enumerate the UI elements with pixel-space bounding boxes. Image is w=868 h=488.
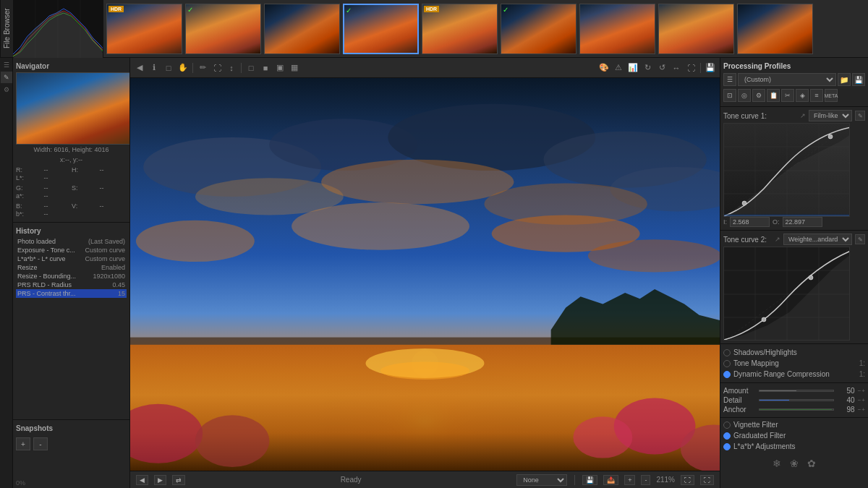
pp-icon-meta[interactable]: META: [825, 89, 838, 102]
tc2-mode-select[interactable]: Weighte...andard: [783, 234, 852, 245]
tc1-output-label: O:: [773, 218, 780, 226]
svg-point-50: [762, 317, 766, 322]
rotate-button[interactable]: ↕: [225, 61, 238, 74]
film-thumb-8[interactable]: [658, 4, 734, 54]
export-btn[interactable]: 📤: [603, 475, 618, 485]
anchor-track[interactable]: [759, 408, 834, 411]
history-item-5[interactable]: Resize - Bounding... 1920x1080: [16, 272, 127, 281]
tc1-extra-btn[interactable]: ✎: [855, 111, 865, 121]
zoom-out-button[interactable]: -: [641, 475, 650, 485]
none-select[interactable]: None: [516, 474, 567, 486]
rotate-ccw-btn[interactable]: ↺: [655, 61, 668, 74]
amount-track[interactable]: [759, 390, 834, 392]
flip-btn[interactable]: ↔: [670, 61, 683, 74]
crop-tool-button[interactable]: ⛶: [210, 61, 224, 74]
drc-toggle[interactable]: [723, 371, 731, 378]
hand-tool-button[interactable]: ✋: [176, 61, 190, 74]
svg-point-23: [380, 361, 469, 380]
tc2-extra-btn[interactable]: ✎: [855, 234, 865, 244]
history-item-6[interactable]: PRS RLD - Radius 0.45: [16, 281, 127, 289]
rotate-cw-btn[interactable]: ↻: [641, 61, 654, 74]
pp-select[interactable]: (Custom): [738, 73, 836, 86]
tone-curve-1-section: Tone curve 1: ↗ Film-like ✎: [720, 107, 868, 231]
tc1-input-value[interactable]: [730, 217, 770, 227]
tone-mapping-toggle[interactable]: [723, 360, 731, 367]
fullscreen-status-btn[interactable]: ⛶: [700, 475, 714, 485]
tc1-label: Tone curve 1:: [723, 112, 797, 120]
pp-icon-1[interactable]: ⊡: [723, 89, 736, 102]
pp-icon-2[interactable]: ◎: [738, 89, 751, 102]
fullscreen-btn[interactable]: ⛶: [684, 61, 697, 74]
info-button[interactable]: ℹ: [148, 61, 161, 74]
drc-row: Dynamic Range Compression 1:: [723, 369, 865, 380]
detail-track[interactable]: [759, 399, 834, 401]
navigator-preview: [16, 72, 129, 145]
flower-icon-1[interactable]: ❀: [787, 456, 801, 471]
lab-toggle[interactable]: [723, 443, 731, 450]
vignette-toggle[interactable]: [723, 421, 731, 429]
tc1-output-value[interactable]: [783, 217, 822, 227]
pp-icon-6[interactable]: ◈: [796, 89, 809, 102]
anchor-row: Anchor 98 − +: [723, 405, 865, 414]
zoom-in-button[interactable]: +: [624, 475, 635, 485]
mode-btn-1[interactable]: □: [244, 61, 258, 74]
file-browser-tab[interactable]: File Browser: [0, 0, 13, 57]
flower-icon-2[interactable]: ✿: [804, 456, 819, 471]
history-item-7-active[interactable]: PRS - Contrast thr... 15: [16, 289, 127, 298]
pencil-tool-button[interactable]: ✏: [196, 61, 209, 74]
film-thumb-4-selected[interactable]: ✓: [343, 4, 419, 54]
film-thumb-2[interactable]: ✓: [185, 4, 261, 54]
zoom-fit-button[interactable]: ⛶: [681, 475, 694, 485]
film-thumb-9[interactable]: [737, 4, 813, 54]
pp-icon-5[interactable]: ✂: [781, 89, 794, 102]
image-viewer[interactable]: [130, 78, 720, 471]
tc2-label: Tone curve 2:: [723, 236, 772, 244]
mode-btn-4[interactable]: ▦: [288, 61, 301, 74]
history-item-3[interactable]: L*a*b* - L* curve Custom curve: [16, 254, 127, 263]
histogram-btn[interactable]: 📊: [626, 61, 639, 74]
shadows-highlights-toggle[interactable]: [723, 349, 731, 356]
pp-icon-3[interactable]: ⚙: [752, 89, 765, 102]
tc2-curve-icon[interactable]: ↗: [775, 236, 780, 243]
filmstrip: HDR ✓ ✓ HDR ✓: [103, 0, 868, 57]
save-queue-btn[interactable]: 💾: [704, 61, 717, 74]
film-thumb-3[interactable]: [264, 4, 340, 54]
nav-prev-button[interactable]: ◀: [136, 475, 148, 485]
extra-icon-1[interactable]: ⚙: [1, 84, 12, 95]
history-item-2[interactable]: Exposure - Tone c... Custom curve: [16, 246, 127, 254]
navigator-section: Navigator Width: 6016, Height: 4016 x:--…: [13, 58, 129, 223]
snowflake-icon[interactable]: ❄: [770, 456, 784, 471]
color-info-2: G:-- S:-- a*:--: [16, 183, 127, 201]
editor-tab-icon[interactable]: ✎: [1, 72, 12, 83]
film-thumb-5[interactable]: HDR: [422, 4, 498, 54]
save-btn[interactable]: 💾: [582, 475, 597, 485]
history-item-1[interactable]: Photo loaded (Last Saved): [16, 237, 127, 246]
pp-icon-7[interactable]: ≡: [810, 89, 823, 102]
tc1-mode-select[interactable]: Film-like: [809, 110, 852, 121]
snapshot-remove-button[interactable]: -: [33, 437, 48, 450]
film-thumb-1[interactable]: HDR: [106, 4, 182, 54]
hdr-badge-5: HDR: [424, 6, 439, 12]
nav-next-button[interactable]: ▶: [154, 475, 166, 485]
pp-icon-4[interactable]: 📋: [767, 89, 780, 102]
pp-save-btn[interactable]: 💾: [852, 73, 865, 86]
nav-back-button[interactable]: ◀: [133, 61, 146, 74]
mode-btn-2[interactable]: ■: [259, 61, 272, 74]
check-badge-6: ✓: [503, 6, 509, 14]
tc1-curve-icon[interactable]: ↗: [800, 112, 806, 119]
tone-curve-2-canvas: [723, 247, 850, 341]
snapshot-add-button[interactable]: +: [16, 437, 30, 450]
mode-btn-3[interactable]: ▣: [273, 61, 286, 74]
film-thumb-6[interactable]: ✓: [501, 4, 576, 54]
bottom-icons: ❄ ❀ ✿: [720, 453, 868, 474]
sync-button[interactable]: ⇄: [172, 475, 185, 485]
color-mode-btn[interactable]: 🎨: [597, 61, 610, 74]
warning-btn[interactable]: ⚠: [612, 61, 625, 74]
queue-tab-icon[interactable]: ☰: [1, 59, 12, 71]
pp-list-btn[interactable]: ☰: [723, 73, 736, 86]
pp-load-btn[interactable]: 📁: [838, 73, 851, 86]
film-thumb-7[interactable]: [579, 4, 655, 54]
history-item-4[interactable]: Resize Enabled: [16, 263, 127, 272]
select-tool-button[interactable]: □: [162, 61, 175, 74]
graduated-toggle[interactable]: [723, 432, 731, 440]
